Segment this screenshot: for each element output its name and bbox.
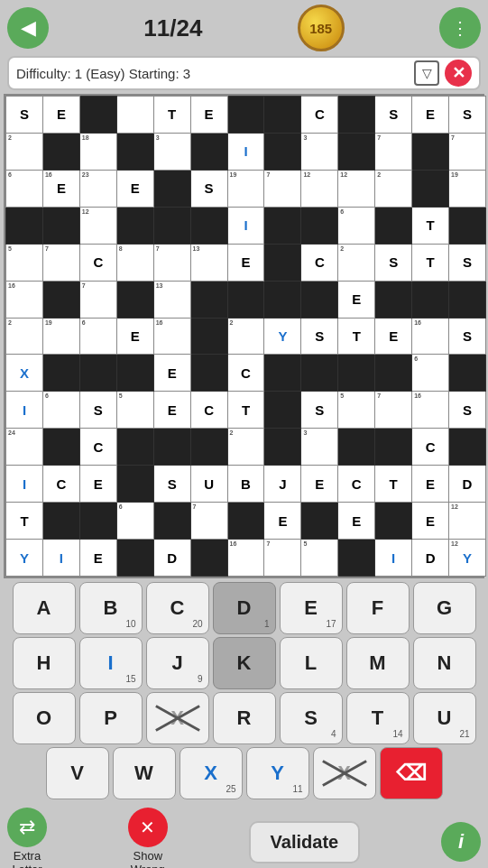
key-N[interactable]: N (413, 637, 476, 689)
key-E[interactable]: E17 (280, 582, 343, 634)
grid-cell[interactable]: I (6, 392, 43, 429)
grid-cell[interactable]: 2 (6, 133, 43, 170)
grid-cell[interactable]: I (227, 207, 264, 244)
grid-cell[interactable]: C (301, 97, 338, 134)
key-P[interactable]: P (79, 692, 143, 744)
grid-cell[interactable]: 3 (153, 133, 190, 170)
key-I[interactable]: I15 (79, 637, 143, 689)
key-H[interactable]: H (13, 637, 76, 689)
grid-cell[interactable]: E (264, 503, 301, 540)
grid-cell[interactable]: S (6, 97, 43, 134)
grid-cell[interactable]: 6 (338, 207, 375, 244)
grid-cell[interactable]: T (412, 244, 449, 281)
grid-cell[interactable]: 7 (264, 540, 301, 577)
grid-cell[interactable]: J (264, 466, 301, 503)
grid-cell[interactable]: 6 (79, 318, 116, 355)
grid-cell[interactable]: 12 (449, 503, 486, 540)
grid-cell[interactable] (116, 97, 153, 134)
grid-cell[interactable]: 16 (227, 540, 264, 577)
grid-cell[interactable]: S (375, 97, 412, 134)
grid-cell[interactable]: 2 (375, 170, 412, 207)
grid-cell[interactable]: T (153, 97, 190, 134)
grid-cell[interactable]: S (190, 170, 227, 207)
key-V[interactable]: V (46, 747, 109, 799)
grid-cell[interactable]: 7 (42, 244, 79, 281)
grid-cell[interactable]: I (227, 133, 264, 170)
grid-cell[interactable]: E (412, 97, 449, 134)
grid-cell[interactable]: 7 (375, 133, 412, 170)
grid-cell[interactable]: 6 (6, 170, 43, 207)
grid-cell[interactable]: E (79, 540, 116, 577)
grid-cell[interactable]: 13 (190, 244, 227, 281)
grid-cell[interactable]: 2 (227, 318, 264, 355)
key-G[interactable]: G (413, 582, 476, 634)
key-K[interactable]: K (213, 637, 276, 689)
grid-cell[interactable]: D (449, 466, 486, 503)
grid-cell[interactable]: C (338, 466, 375, 503)
grid-cell[interactable]: S (79, 392, 116, 429)
grid-cell[interactable]: 19 (227, 170, 264, 207)
grid-cell[interactable]: X (6, 355, 43, 392)
grid-cell[interactable]: E (153, 392, 190, 429)
grid-cell[interactable]: T (412, 207, 449, 244)
grid-cell[interactable]: 16 (412, 392, 449, 429)
grid-cell[interactable]: D (412, 540, 449, 577)
grid-cell[interactable]: Y (6, 540, 43, 577)
info-button[interactable]: i (441, 822, 481, 862)
key-X-struck[interactable]: X (146, 692, 209, 744)
grid-cell[interactable]: 5 (301, 540, 338, 577)
grid-cell[interactable]: T (227, 392, 264, 429)
grid-cell[interactable]: 19 (42, 318, 79, 355)
grid-cell[interactable]: 16 (6, 281, 43, 318)
grid-cell[interactable]: S (449, 318, 486, 355)
grid-cell[interactable]: 12 (301, 170, 338, 207)
grid-cell[interactable]: 12Y (449, 540, 486, 577)
grid-cell[interactable]: 12 (79, 207, 116, 244)
grid-cell[interactable]: S (449, 392, 486, 429)
validate-button[interactable]: Validate (249, 821, 361, 863)
grid-cell[interactable]: E (227, 244, 264, 281)
grid-cell[interactable]: 16E (42, 170, 79, 207)
grid-cell[interactable]: 24 (6, 429, 43, 466)
key-X-struck2[interactable]: X (313, 747, 376, 799)
grid-cell[interactable]: 13 (153, 281, 190, 318)
key-delete[interactable]: ⌫ (380, 747, 443, 799)
grid-cell[interactable]: 5 (338, 392, 375, 429)
grid-cell[interactable]: S (301, 392, 338, 429)
grid-cell[interactable]: C (190, 392, 227, 429)
grid-cell[interactable]: 2 (6, 318, 43, 355)
grid-cell[interactable]: C (79, 429, 116, 466)
extra-letter-button[interactable]: ⇄ ExtraLetter (7, 808, 47, 868)
grid-cell[interactable]: S (301, 318, 338, 355)
grid-cell[interactable]: S (153, 466, 190, 503)
key-C[interactable]: C20 (146, 582, 209, 634)
grid-cell[interactable]: 16 (153, 318, 190, 355)
grid-cell[interactable]: 3 (301, 133, 338, 170)
key-T[interactable]: T14 (346, 692, 410, 744)
grid-cell[interactable]: E (338, 503, 375, 540)
grid-cell[interactable]: E (375, 318, 412, 355)
key-D[interactable]: D1 (213, 582, 276, 634)
grid-cell[interactable]: T (6, 503, 43, 540)
grid-cell[interactable]: 2 (227, 429, 264, 466)
grid-cell[interactable]: I (375, 540, 412, 577)
grid-cell[interactable]: B (227, 466, 264, 503)
grid-cell[interactable]: S (449, 97, 486, 134)
key-J[interactable]: J9 (146, 637, 209, 689)
grid-cell[interactable]: E (116, 318, 153, 355)
grid-cell[interactable]: 7 (153, 244, 190, 281)
grid-cell[interactable]: C (79, 244, 116, 281)
crossword-grid[interactable]: S E T E C S E S 2 18 3 (4, 94, 484, 578)
grid-cell[interactable]: E (412, 466, 449, 503)
grid-cell[interactable]: Y (264, 318, 301, 355)
show-wrong-button[interactable]: ✕ ShowWrong (128, 808, 168, 868)
grid-cell[interactable]: E (153, 355, 190, 392)
grid-cell[interactable]: U (190, 466, 227, 503)
key-B[interactable]: B10 (79, 582, 143, 634)
key-W[interactable]: W (113, 747, 176, 799)
back-button[interactable]: ◀ (7, 7, 49, 49)
grid-cell[interactable]: 12 (338, 170, 375, 207)
grid-cell[interactable]: 3 (301, 429, 338, 466)
key-U[interactable]: U21 (413, 692, 476, 744)
grid-cell[interactable]: 23 (79, 170, 116, 207)
